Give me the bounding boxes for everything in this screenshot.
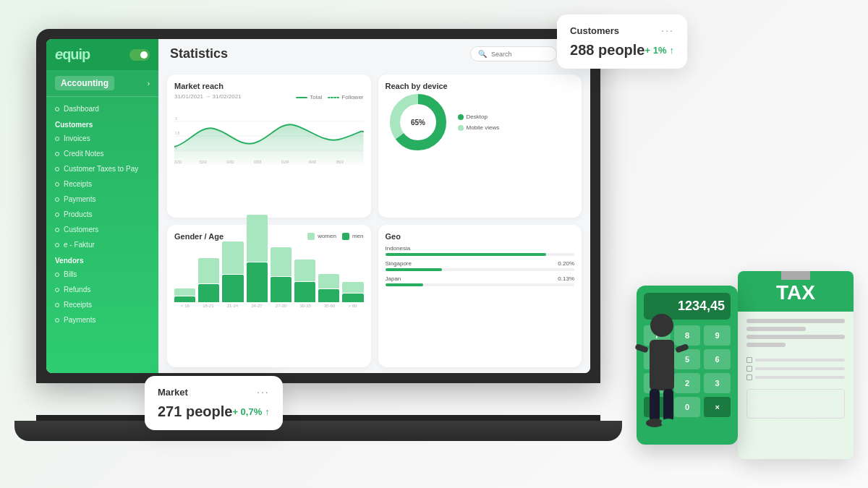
bar-group-7 [318,274,339,302]
dot-icon [55,197,59,202]
svg-text:31/01: 31/01 [174,159,182,164]
bar-x-labels: < 18 18-21 21-24 24-27 27-30 30-35 35-60… [174,304,364,308]
checkbox-icon [746,357,752,363]
sidebar-item-label: Products [64,210,92,218]
laptop-bezel: equip Accounting › Dashboard Customer [36,29,600,383]
geo-country: Japan [386,275,401,282]
svg-rect-20 [675,343,689,354]
search-input[interactable] [491,51,549,58]
laptop-base [14,421,622,441]
sidebar-item-label: Invoices [64,134,90,142]
sidebar-item-label: Payments [64,316,95,324]
reach-by-device-card: Reach by device 65% [378,74,582,218]
svg-text:05/02: 05/02 [336,159,344,164]
laptop: equip Accounting › Dashboard Customer [36,29,600,441]
sidebar-item-dashboard[interactable]: Dashboard [46,101,158,116]
card-value: 271 people [158,403,232,420]
card-name: Market [158,387,188,398]
sidebar-item-label: Customers [64,226,98,234]
gender-age-legend: women men [307,233,363,240]
sidebar-item-receipts-vendor[interactable]: Receipts [46,297,158,312]
dot-icon [55,107,59,111]
checkbox-icon [746,366,752,372]
svg-text:1,8: 1,8 [175,130,179,135]
dot-icon [55,273,59,277]
market-reach-card: Market reach 31/01/2021 → 31/02/2021 Tot… [167,74,371,218]
svg-text:02/02: 02/02 [226,159,234,164]
sidebar-item-customers[interactable]: Customers [46,222,158,237]
svg-point-24 [661,419,676,427]
svg-rect-21 [650,389,660,421]
table-cell [780,390,812,398]
market-reach-date: 31/01/2021 → 31/02/2021 [174,93,242,100]
market-reach-chart: 31/01 01/02 02/02 03/03 01/04 04/02 05/0… [174,107,364,165]
scene: equip Accounting › Dashboard Customer [0,0,868,488]
logo-icon: e [55,46,62,62]
sidebar-item-payments-vendor[interactable]: Payments [46,312,158,328]
table-cell [812,408,844,417]
donut-legend: Desktop Mobile views [458,114,500,131]
sidebar-item-efaktur[interactable]: e - Faktur [46,237,158,252]
sidebar-item-label: Receipts [64,301,92,309]
sidebar-item-products[interactable]: Products [46,207,158,222]
legend-men: men [342,233,364,240]
bar-group-4 [247,215,268,302]
arrow-up-icon: ↑ [670,45,675,56]
geo-value: 0.13% [558,275,574,282]
calc-btn-3[interactable]: 3 [704,373,731,393]
more-options-icon[interactable]: ··· [661,25,674,36]
accounting-section[interactable]: Accounting › [46,70,158,97]
sidebar-item-receipts-customer[interactable]: Receipts [46,176,158,192]
dot-icon [55,182,59,187]
sidebar-item-label: Refunds [64,286,90,294]
toggle-button[interactable] [129,49,150,61]
table-row [747,390,844,399]
more-options-icon[interactable]: ··· [257,386,270,398]
calc-btn-9[interactable]: 9 [704,325,731,346]
legend-follower: Follower [328,94,363,100]
search-bar[interactable]: 🔍 [470,46,557,61]
geo-item-singapore: Singapore 0.20% [386,260,575,271]
page-title: Statistics [170,46,228,61]
sidebar-item-refunds[interactable]: Refunds [46,282,158,297]
calc-btn-multiply[interactable]: × [704,397,731,417]
checkbox-item [746,374,845,380]
dot-icon [55,243,59,247]
table-cell [747,390,780,398]
bar-group-3 [222,241,243,302]
sidebar-item-customer-taxes[interactable]: Customer Taxes to Pay [46,161,158,176]
svg-text:03/03: 03/03 [254,159,261,164]
sidebar-item-payments-customer[interactable]: Payments [46,192,158,207]
sidebar-item-bills[interactable]: Bills [46,267,158,282]
sidebar-item-label: Receipts [64,180,92,188]
dot-icon [55,228,59,232]
geo-card: Geo Indonesia [378,225,582,368]
svg-text:3: 3 [175,116,176,121]
svg-text:01/02: 01/02 [199,159,206,164]
dot-icon [55,288,59,292]
svg-point-17 [650,314,673,337]
sidebar-item-credit-notes[interactable]: Credit Notes [46,146,158,161]
line-chart-svg: 31/01 01/02 02/02 03/03 01/04 04/02 05/0… [174,107,364,165]
sidebar-item-label: Dashboard [64,105,99,113]
top-bar: Statistics 🔍 🔔 [158,39,590,69]
customers-section-label: Customers [46,116,158,131]
geo-country: Singapore [386,260,412,267]
sidebar-item-invoices[interactable]: Invoices [46,131,158,146]
dot-icon [55,167,59,171]
calc-btn-6[interactable]: 6 [704,349,731,369]
logo-text: quip [62,46,90,62]
clipboard-line [746,327,806,331]
search-icon: 🔍 [478,50,487,58]
sidebar-item-label: e - Faktur [64,241,95,249]
clipboard-lines [738,312,854,354]
checkbox-item [746,357,845,363]
arrow-up-icon: ↑ [265,406,270,417]
table-row [747,408,844,418]
checkbox-item [746,366,845,372]
table-cell [747,408,780,417]
sidebar-item-label: Customer Taxes to Pay [64,165,138,173]
donut-chart: 65% [386,90,451,155]
donut-container: 65% Desktop Mobile views [386,93,575,151]
table-row [747,399,844,408]
